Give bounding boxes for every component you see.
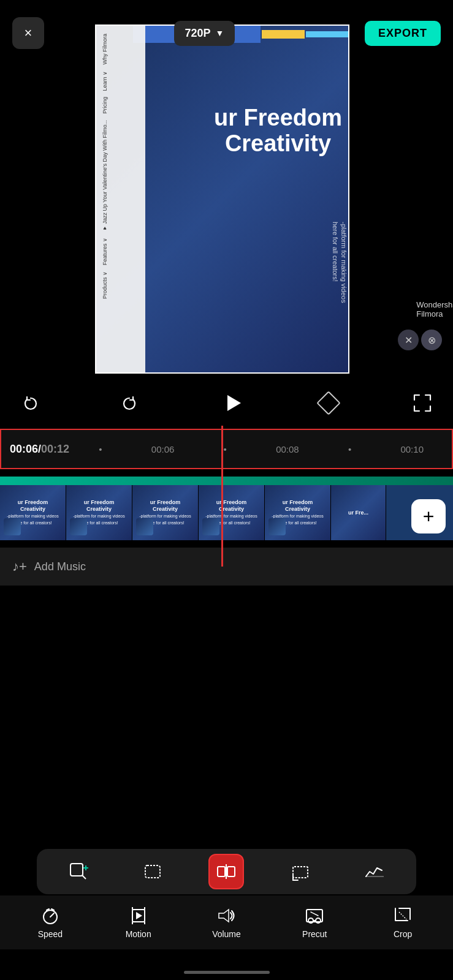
time-marker-2: • xyxy=(194,444,256,454)
remove-watermark-icon: ⊗ xyxy=(428,334,436,346)
dismiss-watermark-button[interactable]: ✕ xyxy=(398,330,419,350)
export-label: EXPORT xyxy=(378,27,427,39)
menu-item-volume[interactable]: Volume xyxy=(202,906,251,939)
sidebar-strip: Why Filmora Learn ∨ Pricing ♥ Jazz Up Yo… xyxy=(96,26,145,372)
sidebar-item-4: ♥ Jazz Up Your Valentine's Day With Film… xyxy=(100,118,142,233)
fullscreen-button[interactable] xyxy=(409,390,436,417)
toolbar-keyframe-button[interactable] xyxy=(357,854,392,889)
current-time-value: 00:06 xyxy=(10,443,38,455)
time-marker-label-2: 00:08 xyxy=(256,444,319,454)
sidebar-item-3: Pricing xyxy=(100,95,142,116)
video-strip-row xyxy=(0,477,453,485)
add-music-label: Add Music xyxy=(34,560,86,573)
thumb-item-4: ur FreedomCreativity-platform for making… xyxy=(199,485,265,540)
watermark-line1: Wondershare xyxy=(416,300,453,309)
quality-label: 720P xyxy=(185,27,211,40)
motion-label: Motion xyxy=(126,929,151,939)
current-time: 00:06/00:12 xyxy=(10,443,69,456)
svg-rect-1 xyxy=(70,864,83,876)
thumb-item-6: ur Fre... xyxy=(331,485,386,540)
toolbar-trim-button[interactable] xyxy=(135,854,170,889)
thumb-icon-3 xyxy=(136,518,153,535)
toolbar-add-overlay-button[interactable] xyxy=(61,854,96,889)
menu-item-motion[interactable]: Motion xyxy=(114,906,163,939)
svg-marker-21 xyxy=(219,910,229,922)
thumb-icon-2 xyxy=(70,518,87,535)
menu-item-crop[interactable]: Crop xyxy=(378,906,427,939)
thumb-item-3: ur FreedomCreativity-platform for making… xyxy=(132,485,199,540)
toolbar-crop-corner-button[interactable] xyxy=(283,854,318,889)
add-music-row[interactable]: ♪+ Add Music xyxy=(0,548,453,586)
svg-marker-16 xyxy=(136,912,142,919)
bottom-toolbar xyxy=(37,849,416,894)
remove-watermark-button[interactable]: ⊗ xyxy=(421,330,442,350)
thumb-item-1: ur FreedomCreativity-platform for making… xyxy=(0,485,66,540)
video-content: Why Filmora Learn ∨ Pricing ♥ Jazz Up Yo… xyxy=(96,26,348,372)
svg-line-27 xyxy=(399,912,406,919)
music-note-icon: ♪+ xyxy=(12,559,27,575)
video-preview: Why Filmora Learn ∨ Pricing ♥ Jazz Up Yo… xyxy=(95,24,349,374)
close-button[interactable]: × xyxy=(12,17,44,49)
sub-text-1: -platform for making videos xyxy=(340,222,348,303)
precut-icon xyxy=(305,906,324,925)
timeline-bar[interactable]: 00:06/00:12 • 00:06 • 00:08 • 00:10 xyxy=(0,429,453,469)
add-overlay-icon xyxy=(69,862,88,881)
empty-timeline-area xyxy=(0,586,453,788)
svg-rect-7 xyxy=(227,867,235,876)
watermark-label: Wondershare Filmora xyxy=(416,300,453,318)
toolbar-split-button[interactable] xyxy=(208,854,244,889)
svg-rect-6 xyxy=(218,867,225,876)
redo-button[interactable] xyxy=(116,390,143,417)
sidebar-item-5: Features ∨ xyxy=(100,236,142,267)
undo-icon xyxy=(22,394,39,412)
quality-selector[interactable]: 720P ▼ xyxy=(174,21,235,46)
timeline-cursor[interactable] xyxy=(221,426,223,567)
thumb-item-2: ur FreedomCreativity-platform for making… xyxy=(66,485,132,540)
time-marker-label-1: 00:06 xyxy=(132,444,194,454)
total-time: 00:12 xyxy=(41,443,69,455)
close-icon: × xyxy=(25,25,32,41)
split-icon xyxy=(216,862,236,881)
trim-icon xyxy=(143,862,162,881)
svg-marker-0 xyxy=(227,395,241,411)
play-icon xyxy=(219,390,245,416)
time-marker-3: • xyxy=(319,444,381,454)
play-button[interactable] xyxy=(215,386,249,420)
menu-item-precut[interactable]: Precut xyxy=(290,906,339,939)
quality-arrow-icon: ▼ xyxy=(216,28,224,38)
add-icon: + xyxy=(423,507,435,526)
svg-rect-5 xyxy=(145,865,160,878)
add-clip-button[interactable]: + xyxy=(411,499,446,533)
thumb-icon-4 xyxy=(202,518,219,535)
crop-label: Crop xyxy=(394,929,412,939)
thumb-icon-5 xyxy=(268,518,286,535)
crop-corner-icon xyxy=(291,862,310,881)
hero-line1: ur Freedom xyxy=(214,105,342,131)
dismiss-icon: ✕ xyxy=(405,334,413,346)
menu-item-speed[interactable]: Speed xyxy=(26,906,75,939)
svg-line-12 xyxy=(50,913,54,917)
redo-icon xyxy=(121,394,138,412)
hero-line2: Creativity xyxy=(214,131,342,157)
motion-icon xyxy=(129,906,148,925)
playback-controls xyxy=(0,386,453,420)
keyframe-button[interactable] xyxy=(316,391,341,415)
svg-rect-9 xyxy=(293,867,308,878)
crop-icon xyxy=(393,906,413,925)
watermark-line2: Filmora xyxy=(416,309,453,318)
time-marker-label-3: 00:10 xyxy=(381,444,443,454)
thumb-text-6: ur Fre... xyxy=(348,510,368,516)
sidebar-item-6: Products ∨ xyxy=(100,270,142,301)
export-button[interactable]: EXPORT xyxy=(365,21,441,46)
bottom-menu: Speed Motion Volume Precut xyxy=(0,895,453,949)
fullscreen-icon xyxy=(413,394,432,412)
volume-label: Volume xyxy=(212,929,241,939)
home-indicator xyxy=(184,971,270,974)
precut-label: Precut xyxy=(302,929,327,939)
thumbnail-strip[interactable]: ur FreedomCreativity-platform for making… xyxy=(0,485,453,540)
sub-text-2: here for all creators! xyxy=(330,222,339,303)
top-controls: × 720P ▼ EXPORT xyxy=(0,17,453,49)
sub-text: -platform for making videos here for all… xyxy=(330,222,348,303)
time-marker-1: • xyxy=(69,444,132,454)
undo-button[interactable] xyxy=(17,390,44,417)
